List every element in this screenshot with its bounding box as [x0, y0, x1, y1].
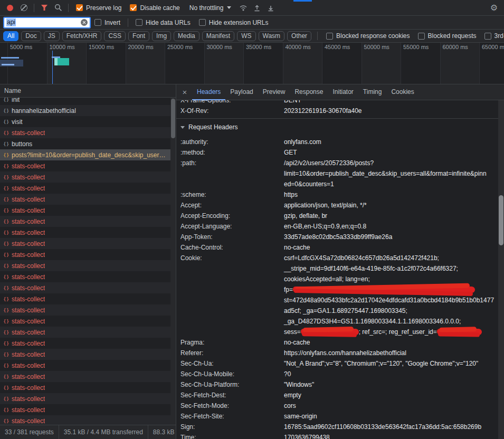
type-chip-font[interactable]: Font [128, 31, 149, 41]
details-tab-payload[interactable]: Payload [225, 84, 258, 100]
request-name: buttons [12, 140, 32, 148]
request-row[interactable]: {}stats-collect [0, 216, 170, 227]
timeline-cursor [52, 51, 53, 84]
request-row[interactable]: {}stats-collect [0, 404, 170, 415]
details-tab-timing[interactable]: Timing [358, 84, 387, 100]
type-chip-fetch-xhr[interactable]: Fetch/XHR [62, 31, 102, 41]
request-row[interactable]: {}stats-collect [0, 160, 170, 171]
header-row: :method:GET [180, 147, 504, 158]
timeline-column: 35000 ms [243, 43, 283, 84]
timeline-tick-label: 10000 ms [50, 44, 75, 50]
filter-toggle-button[interactable] [37, 2, 51, 14]
request-row[interactable]: {}buttons [0, 138, 170, 149]
hide-data-urls-label: Hide data URLs [146, 19, 191, 26]
details-scrollbar-thumb[interactable] [499, 195, 503, 245]
request-row[interactable]: {}stats-collect [0, 171, 170, 183]
type-chip-manifest[interactable]: Manifest [202, 31, 234, 41]
type-chip-wasm[interactable]: Wasm [259, 31, 285, 41]
header-row: Referer:https://onlyfans.com/hannaheliza… [180, 348, 504, 358]
request-name: stats-collect [12, 163, 45, 170]
settings-gear-icon[interactable]: ⚙ [487, 2, 501, 14]
header-name: Accept-Encoding: [180, 211, 284, 221]
invert-checkbox[interactable]: Invert [94, 19, 120, 26]
close-details-icon[interactable]: × [177, 88, 192, 97]
search-button[interactable] [51, 2, 65, 14]
type-chip-css[interactable]: CSS [104, 31, 126, 41]
header-value-line: "Windows" [284, 379, 314, 390]
request-row[interactable]: {}stats-collect [0, 393, 170, 404]
requests-scrollbar[interactable] [170, 98, 176, 425]
throttling-dropdown[interactable]: No throttling [189, 4, 232, 12]
request-row[interactable]: {}hannahelizabethofficial [0, 105, 170, 116]
details-tab-initiator[interactable]: Initiator [328, 84, 358, 100]
request-headers-section[interactable]: Request Headers [180, 120, 504, 135]
request-row[interactable]: {}posts?limit=10&order=publish_date_desc… [0, 149, 170, 160]
request-row[interactable]: {}stats-collect [0, 205, 170, 216]
header-value: no-cache [284, 242, 310, 253]
type-chip-all[interactable]: All [3, 31, 18, 41]
header-value: gzip, deflate, br [284, 211, 327, 221]
request-row[interactable]: {}stats-collect [0, 415, 170, 425]
toolbar-divider [34, 4, 34, 12]
response-headers-partial: X-Frame-Options:DENYX-Of-Rev:20231226191… [180, 100, 504, 116]
hide-data-urls-checkbox[interactable]: Hide data URLs [136, 19, 191, 26]
export-har-button[interactable] [264, 2, 278, 14]
hide-extension-urls-checkbox[interactable]: Hide extension URLs [199, 19, 269, 26]
request-row[interactable]: {}stats-collect [0, 227, 170, 238]
request-row[interactable]: {}stats-collect [0, 260, 170, 271]
name-column-header[interactable]: Name [0, 84, 176, 98]
request-row[interactable]: {}stats-collect [0, 371, 170, 382]
request-row[interactable]: {}visit [0, 116, 170, 127]
request-row[interactable]: {}stats-collect [0, 293, 170, 304]
type-chip-ws[interactable]: WS [237, 31, 255, 41]
type-chip-img[interactable]: Img [152, 31, 171, 41]
request-row[interactable]: {}stats-collect [0, 127, 170, 138]
header-value: 16785:5aad9602cf110608b03133de563642fac1… [284, 422, 481, 432]
resource-type-chips: AllDocJSFetch/XHRCSSFontImgMediaManifest… [3, 31, 311, 41]
request-row[interactable]: {}stats-collect [0, 327, 170, 338]
request-row[interactable]: {}stats-collect [0, 249, 170, 260]
record-button[interactable] [3, 2, 17, 14]
request-name: stats-collect [12, 373, 45, 380]
clear-filter-icon[interactable] [81, 19, 88, 26]
request-row[interactable]: {}stats-collect [0, 349, 170, 360]
request-row[interactable]: {}stats-collect [0, 382, 170, 393]
header-value: onlyfans.com [284, 137, 321, 147]
disable-cache-checkbox[interactable]: Disable cache [130, 4, 179, 12]
type-chip-media[interactable]: Media [174, 31, 199, 41]
clear-network-log-button[interactable] [17, 2, 31, 14]
details-tab-headers[interactable]: Headers [192, 84, 225, 100]
details-scrollbar[interactable] [498, 100, 504, 439]
request-row[interactable]: {}stats-collect [0, 238, 170, 249]
request-row[interactable]: {}init [0, 98, 170, 105]
header-value-line: gzip, deflate, br [284, 211, 327, 221]
checkbox-3rd-party-requests[interactable]: 3rd-party requests [484, 32, 504, 40]
filter-input[interactable]: api [4, 17, 90, 28]
request-row[interactable]: {}stats-collect [0, 360, 170, 371]
request-row[interactable]: {}stats-collect [0, 194, 170, 205]
details-tab-preview[interactable]: Preview [258, 84, 290, 100]
details-tab-cookies[interactable]: Cookies [386, 84, 419, 100]
timeline-overview[interactable]: 5000 ms10000 ms15000 ms20000 ms25000 ms3… [0, 43, 504, 84]
type-chip-doc[interactable]: Doc [21, 31, 41, 41]
details-tab-response[interactable]: Response [290, 84, 328, 100]
network-conditions-icon [239, 4, 248, 11]
type-chip-js[interactable]: JS [44, 31, 60, 41]
request-name: init [12, 98, 20, 103]
import-har-button[interactable] [250, 2, 264, 14]
requests-scrollbar-thumb[interactable] [171, 99, 175, 138]
type-chip-other[interactable]: Other [287, 31, 311, 41]
checkbox-blocked-requests[interactable]: Blocked requests [418, 32, 477, 40]
resource-type-icon: {} [3, 263, 12, 269]
request-row[interactable]: {}stats-collect [0, 316, 170, 327]
preserve-log-checkbox[interactable]: Preserve log [76, 4, 121, 12]
resource-type-icon: {} [3, 418, 12, 424]
request-row[interactable]: {}stats-collect [0, 282, 170, 293]
request-row[interactable]: {}stats-collect [0, 338, 170, 349]
request-row[interactable]: {}stats-collect [0, 183, 170, 194]
checkbox-blocked-response-cookies[interactable]: Blocked response cookies [326, 32, 410, 40]
request-row[interactable]: {}stats-collect [0, 271, 170, 282]
network-conditions-button[interactable] [236, 2, 250, 14]
request-row[interactable]: {}stats-collect [0, 304, 170, 316]
request-name: stats-collect [12, 284, 45, 292]
